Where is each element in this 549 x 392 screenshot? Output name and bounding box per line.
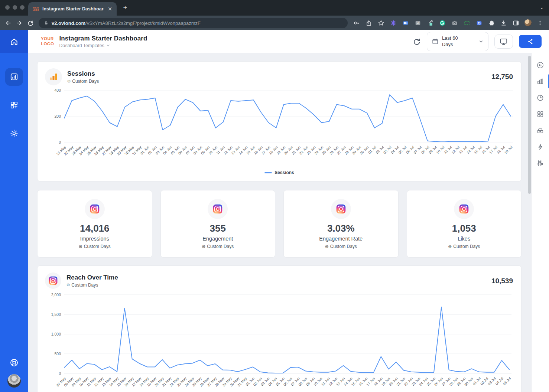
sidebar-item-dashboard-chart[interactable] [0, 63, 28, 91]
metric-value: 1,053 [452, 223, 476, 234]
rail-collapse-arrow-button[interactable] [532, 57, 549, 73]
browser-tab[interactable]: YOURLOGO Instagram Starter Dashboard ✕ [28, 2, 117, 16]
sidebar-user-avatar[interactable] [7, 374, 21, 388]
url-path: /vSxYmA8RzLr2s2mgF/project/kmidWvonpaapa… [85, 20, 201, 26]
instagram-icon [45, 272, 61, 289]
svg-text:0: 0 [59, 140, 61, 144]
globe-icon: ⊕ [448, 244, 452, 249]
svg-text:09 Jul: 09 Jul [428, 145, 438, 155]
back-icon[interactable] [4, 19, 12, 27]
instagram-icon [208, 199, 228, 219]
puzzle-extensions-icon[interactable] [488, 19, 495, 27]
grammarly-extension-icon[interactable] [439, 19, 446, 27]
svg-text:17 Jul: 17 Jul [488, 145, 498, 155]
reload-icon[interactable] [27, 19, 34, 27]
side-panel-icon[interactable] [512, 19, 520, 27]
widget-date-scope: ⊕ Custom Days [66, 282, 118, 288]
bar-chart-icon [536, 78, 544, 85]
metric-card-likes[interactable]: 1,053 Likes ⊕Custom Days [407, 190, 522, 258]
sidebar-item-apps-plus[interactable] [0, 91, 28, 119]
screenshot-extension-icon[interactable] [475, 19, 483, 27]
rail-pie-chart-button[interactable] [532, 89, 549, 106]
tag-extension-icon[interactable] [402, 19, 409, 27]
window-controls[interactable] [5, 5, 25, 10]
reach-over-time-widget[interactable]: Reach Over Time ⊕ Custom Days 10,539 050… [37, 265, 522, 392]
code-extension-icon[interactable]: </> [414, 19, 422, 27]
camera-extension-icon[interactable] [451, 19, 458, 27]
page-title: Instagram Starter Dashboard [59, 35, 147, 42]
tab-search-chevron-icon[interactable]: ⌄ [540, 4, 544, 10]
browser-toolbar: v2.oviond.com/vSxYmA8RzLr2s2mgF/project/… [0, 16, 549, 30]
share-nodes-icon [527, 38, 534, 45]
tab-close-icon[interactable]: ✕ [107, 6, 113, 12]
tab-title: Instagram Starter Dashboard [42, 6, 104, 12]
eyedropper-extension-icon[interactable] [426, 19, 434, 27]
rail-archive-button[interactable] [532, 122, 549, 138]
bolt-icon [536, 143, 544, 151]
metric-card-engagement[interactable]: 355 Engagement ⊕Custom Days [160, 190, 276, 258]
rail-sliders-button[interactable] [532, 155, 549, 171]
rail-bolt-button[interactable] [532, 138, 549, 155]
svg-text:2,000: 2,000 [51, 293, 61, 297]
help-ring-icon[interactable] [9, 358, 19, 368]
chart-legend: Sessions [38, 170, 521, 175]
svg-text:04 Jul: 04 Jul [494, 376, 504, 386]
window-minimize-button[interactable] [13, 5, 17, 10]
lock-icon [44, 20, 49, 25]
download-icon[interactable] [500, 19, 507, 27]
rail-bar-chart-button[interactable] [532, 73, 549, 89]
sidebar-item-settings-gear[interactable] [0, 119, 28, 147]
dashboard-canvas: Sessions ⊕ Custom Days 12,750 020040021 … [28, 53, 531, 392]
metric-label: Engagement [202, 236, 233, 242]
browser-tab-strip: YOURLOGO Instagram Starter Dashboard ✕ +… [0, 0, 549, 16]
browser-profile-avatar[interactable] [524, 19, 532, 26]
globe-icon: ⊕ [79, 244, 82, 249]
svg-text:10 Jul: 10 Jul [435, 145, 445, 155]
metric-date-scope: ⊕Custom Days [79, 244, 111, 249]
tv-mode-button[interactable] [494, 35, 513, 49]
window-close-button[interactable] [5, 5, 10, 10]
svg-text:19 Jul: 19 Jul [504, 145, 513, 155]
home-icon [10, 37, 19, 46]
widget-title: Reach Over Time [66, 274, 118, 281]
metric-value: 14,016 [80, 223, 110, 234]
sessions-widget[interactable]: Sessions ⊕ Custom Days 12,750 020040021 … [37, 61, 522, 182]
globe-icon: ⊕ [66, 282, 70, 287]
key-icon[interactable] [353, 19, 360, 27]
bookmark-star-icon[interactable] [377, 19, 385, 27]
globe-icon: ⊕ [202, 244, 205, 249]
archive-icon [536, 127, 544, 134]
rail-grid-button[interactable] [532, 106, 549, 122]
instagram-icon [331, 199, 351, 219]
instagram-icon [85, 199, 105, 219]
address-bar[interactable]: v2.oviond.com/vSxYmA8RzLr2s2mgF/project/… [39, 18, 348, 28]
metric-card-impressions[interactable]: 14,016 Impressions ⊕Custom Days [37, 190, 152, 258]
selection-extension-icon[interactable] [463, 19, 471, 27]
metric-date-scope: ⊕Custom Days [202, 244, 234, 249]
share-upload-icon[interactable] [365, 19, 373, 27]
svg-text:1,500: 1,500 [51, 312, 61, 317]
svg-text:0: 0 [59, 371, 61, 376]
svg-text:18 Jul: 18 Jul [496, 145, 506, 155]
sidebar-item-home[interactable] [0, 30, 28, 53]
share-button[interactable] [519, 35, 542, 48]
forward-icon[interactable] [16, 19, 23, 27]
widget-title: Sessions [67, 70, 99, 78]
burst-extension-icon[interactable] [390, 19, 397, 27]
new-tab-button[interactable]: + [121, 4, 129, 12]
breadcrumb[interactable]: Dashboard Templates [59, 43, 147, 48]
chevron-down-icon [106, 43, 110, 48]
scrollbar-thumb[interactable] [528, 56, 531, 194]
menu-dots-icon[interactable] [536, 19, 544, 27]
monitor-icon [500, 37, 508, 46]
globe-icon: ⊕ [325, 244, 329, 249]
globe-icon: ⊕ [67, 79, 71, 84]
svg-text:08 Jul: 08 Jul [420, 145, 430, 155]
metric-card-engagement-rate[interactable]: 3.03% Engagement Rate ⊕Custom Days [283, 190, 399, 258]
date-range-picker[interactable]: Last 60Days [427, 32, 488, 51]
svg-text:03 Jul: 03 Jul [383, 145, 392, 155]
refresh-icon[interactable] [413, 37, 421, 46]
google-analytics-icon [45, 68, 62, 85]
svg-text:15 Jul: 15 Jul [473, 145, 483, 155]
window-zoom-button[interactable] [20, 5, 25, 10]
